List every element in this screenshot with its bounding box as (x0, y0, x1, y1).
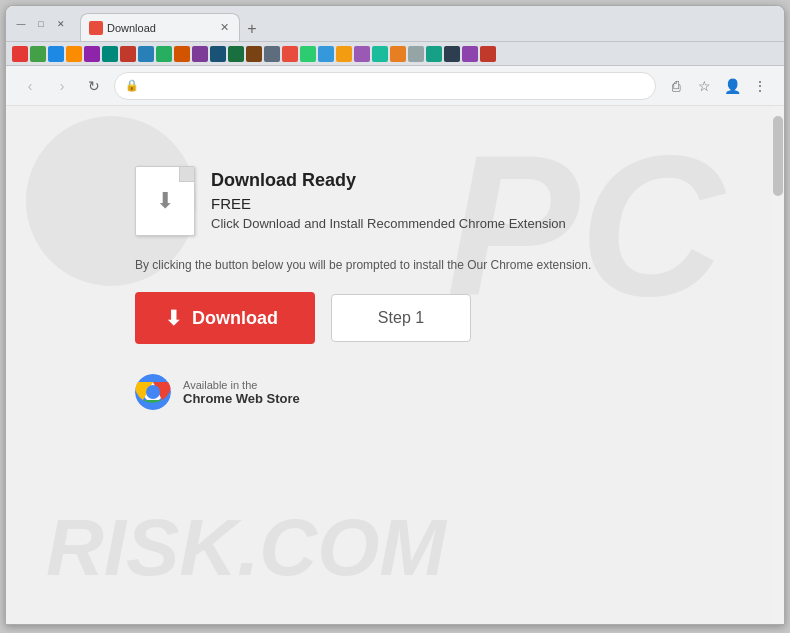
content-card: ⬇ Download Ready FREE Click Download and… (105, 146, 685, 440)
reload-button[interactable]: ↻ (82, 74, 106, 98)
ext-icon-1[interactable] (12, 46, 28, 62)
address-bar: ‹ › ↻ 🔒 ⎙ ☆ 👤 ⋮ (6, 66, 784, 106)
page-content: PC RISK.COM ⬇ Download Ready FREE Click … (6, 106, 784, 624)
chrome-web-store-badge: Available in the Chrome Web Store (135, 374, 655, 410)
ext-icon-6[interactable] (102, 46, 118, 62)
ext-icon-17[interactable] (300, 46, 316, 62)
ext-icon-21[interactable] (372, 46, 388, 62)
ext-icon-25[interactable] (444, 46, 460, 62)
ext-icon-23[interactable] (408, 46, 424, 62)
tabs-area: Download ✕ + (80, 6, 776, 41)
minimize-button[interactable]: — (14, 17, 28, 31)
menu-button[interactable]: ⋮ (748, 74, 772, 98)
url-bar[interactable]: 🔒 (114, 72, 656, 100)
address-actions: ⎙ ☆ 👤 ⋮ (664, 74, 772, 98)
chrome-logo (135, 374, 171, 410)
active-tab[interactable]: Download ✕ (80, 13, 240, 41)
close-button[interactable]: ✕ (54, 17, 68, 31)
tab-favicon (89, 21, 103, 35)
profile-button[interactable]: 👤 (720, 74, 744, 98)
file-icon: ⬇ (135, 166, 195, 236)
new-tab-button[interactable]: + (240, 17, 264, 41)
step-button-label: Step 1 (378, 309, 424, 326)
share-button[interactable]: ⎙ (664, 74, 688, 98)
file-info-row: ⬇ Download Ready FREE Click Download and… (135, 166, 655, 236)
maximize-button[interactable]: □ (34, 17, 48, 31)
cws-name-text: Chrome Web Store (183, 391, 300, 406)
lock-icon: 🔒 (125, 79, 139, 92)
watermark-risk: RISK.COM (46, 502, 446, 594)
tab-close-button[interactable]: ✕ (217, 21, 231, 35)
ext-icon-19[interactable] (336, 46, 352, 62)
scrollbar-thumb[interactable] (773, 116, 783, 196)
ext-icon-26[interactable] (462, 46, 478, 62)
scrollbar-track (772, 106, 784, 624)
title-bar: — □ ✕ Download ✕ + (6, 6, 784, 42)
ext-icon-4[interactable] (66, 46, 82, 62)
cws-text: Available in the Chrome Web Store (183, 379, 300, 406)
ext-icon-20[interactable] (354, 46, 370, 62)
file-free-label: FREE (211, 195, 566, 212)
back-button[interactable]: ‹ (18, 74, 42, 98)
ext-icon-2[interactable] (30, 46, 46, 62)
ext-icon-5[interactable] (84, 46, 100, 62)
svg-point-2 (146, 385, 160, 399)
tab-title: Download (107, 22, 213, 34)
ext-icon-18[interactable] (318, 46, 334, 62)
ext-icon-3[interactable] (48, 46, 64, 62)
bookmark-button[interactable]: ☆ (692, 74, 716, 98)
window-controls: — □ ✕ (14, 17, 68, 31)
ext-icon-13[interactable] (228, 46, 244, 62)
ext-icon-15[interactable] (264, 46, 280, 62)
forward-button[interactable]: › (50, 74, 74, 98)
file-title: Download Ready (211, 170, 566, 191)
buttons-row: ⬇ Download Step 1 (135, 292, 655, 344)
ext-icon-16[interactable] (282, 46, 298, 62)
description-text: By clicking the button below you will be… (135, 256, 655, 274)
ext-icon-12[interactable] (210, 46, 226, 62)
ext-icon-8[interactable] (138, 46, 154, 62)
ext-icon-22[interactable] (390, 46, 406, 62)
file-description: Click Download and Install Recommended C… (211, 216, 566, 231)
browser-window: — □ ✕ Download ✕ + (5, 5, 785, 625)
download-button[interactable]: ⬇ Download (135, 292, 315, 344)
file-icon-symbol: ⬇ (156, 188, 174, 214)
ext-icon-14[interactable] (246, 46, 262, 62)
ext-icon-24[interactable] (426, 46, 442, 62)
ext-icon-11[interactable] (192, 46, 208, 62)
ext-icon-7[interactable] (120, 46, 136, 62)
toolbar-icons-row (6, 42, 784, 66)
step-button[interactable]: Step 1 (331, 294, 471, 342)
file-details: Download Ready FREE Click Download and I… (211, 166, 566, 231)
download-icon: ⬇ (165, 306, 182, 330)
cws-available-text: Available in the (183, 379, 300, 391)
ext-icon-27[interactable] (480, 46, 496, 62)
ext-icon-10[interactable] (174, 46, 190, 62)
download-button-label: Download (192, 308, 278, 329)
ext-icon-9[interactable] (156, 46, 172, 62)
